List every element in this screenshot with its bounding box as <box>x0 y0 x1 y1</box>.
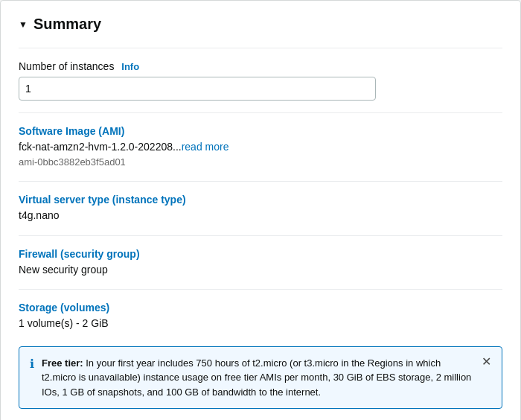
instance-type-label[interactable]: Virtual server type (instance type) <box>19 194 502 206</box>
ami-read-more-link[interactable]: read more <box>182 141 229 153</box>
ami-id: ami-0bbc3882eb3f5ad01 <box>19 156 126 168</box>
ami-section: Software Image (AMI) fck-nat-amzn2-hvm-1… <box>19 112 502 169</box>
info-box-body: In your first year includes 750 hours of… <box>42 357 471 398</box>
chevron-down-icon[interactable]: ▼ <box>19 19 28 30</box>
ami-name-truncated: fck-nat-amzn2-hvm-1.2.0-202208... <box>19 141 182 153</box>
instances-label-text: Number of instances <box>19 60 114 72</box>
page-title: Summary <box>33 16 101 33</box>
free-tier-info-box: ℹ Free tier: In your first year includes… <box>19 346 502 410</box>
ami-value: fck-nat-amzn2-hvm-1.2.0-202208...read mo… <box>19 140 502 169</box>
storage-section: Storage (volumes) 1 volume(s) - 2 GiB <box>19 289 502 331</box>
instance-type-value: t4g.nano <box>19 209 502 223</box>
info-box-bold: Free tier: <box>42 357 83 369</box>
storage-label[interactable]: Storage (volumes) <box>19 302 502 314</box>
summary-panel: ▼ Summary Number of instances Info Softw… <box>0 0 521 420</box>
storage-value: 1 volume(s) - 2 GiB <box>19 316 502 331</box>
instances-input[interactable] <box>19 77 376 101</box>
instance-type-section: Virtual server type (instance type) t4g.… <box>19 181 502 223</box>
panel-body: ▼ Summary Number of instances Info Softw… <box>1 1 520 420</box>
instances-info-link[interactable]: Info <box>121 61 139 72</box>
info-box-text: Free tier: In your first year includes 7… <box>42 356 474 400</box>
firewall-label[interactable]: Firewall (security group) <box>19 248 502 260</box>
header-divider <box>19 48 502 48</box>
ami-section-label[interactable]: Software Image (AMI) <box>19 125 502 137</box>
firewall-value: New security group <box>19 263 502 278</box>
summary-header: ▼ Summary <box>19 16 502 33</box>
info-circle-icon: ℹ <box>30 357 34 371</box>
firewall-section: Firewall (security group) New security g… <box>19 235 502 278</box>
instances-field-group: Number of instances Info <box>19 60 502 101</box>
instances-label: Number of instances Info <box>19 60 502 72</box>
info-box-close-button[interactable]: ✕ <box>482 356 491 368</box>
